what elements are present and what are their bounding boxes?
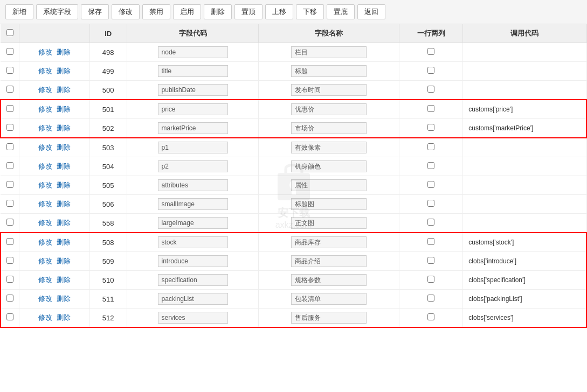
delete-link[interactable]: 删除: [57, 257, 71, 265]
row-checkbox[interactable]: [6, 162, 13, 169]
edit-link[interactable]: 修改: [38, 162, 52, 170]
delete-link[interactable]: 删除: [57, 105, 71, 113]
field-name-input[interactable]: [291, 84, 367, 96]
field-name-input[interactable]: [291, 160, 367, 172]
field-code-input[interactable]: [158, 179, 228, 191]
field-name-input[interactable]: [291, 179, 367, 191]
two-col-checkbox[interactable]: [427, 105, 434, 112]
row-checkbox[interactable]: [6, 181, 13, 188]
edit-link[interactable]: 修改: [38, 238, 52, 246]
back-button[interactable]: 返回: [357, 4, 385, 19]
edit-link[interactable]: 修改: [38, 143, 52, 151]
two-col-checkbox[interactable]: [427, 238, 434, 245]
disable-button[interactable]: 禁用: [142, 4, 170, 19]
edit-link[interactable]: 修改: [38, 105, 52, 113]
field-code-input[interactable]: [158, 255, 228, 267]
field-code-input[interactable]: [158, 65, 228, 77]
move-up-button[interactable]: 上移: [265, 4, 293, 19]
edit-link[interactable]: 修改: [38, 86, 52, 94]
delete-link[interactable]: 删除: [57, 276, 71, 284]
field-name-input[interactable]: [291, 255, 367, 267]
field-code-input[interactable]: [158, 160, 228, 172]
system-field-button[interactable]: 系统字段: [36, 4, 78, 19]
row-checkbox[interactable]: [6, 219, 13, 226]
field-name-input[interactable]: [291, 198, 367, 210]
delete-button[interactable]: 删除: [204, 4, 232, 19]
edit-link[interactable]: 修改: [38, 200, 52, 208]
row-checkbox[interactable]: [6, 86, 13, 93]
delete-link[interactable]: 删除: [57, 295, 71, 303]
delete-link[interactable]: 删除: [57, 48, 71, 56]
delete-link[interactable]: 删除: [57, 124, 71, 132]
edit-button[interactable]: 修改: [112, 4, 140, 19]
field-name-input[interactable]: [291, 217, 367, 229]
delete-link[interactable]: 删除: [57, 219, 71, 227]
field-name-input[interactable]: [291, 274, 367, 286]
bottom-button[interactable]: 置底: [327, 4, 355, 19]
field-name-input[interactable]: [291, 236, 367, 248]
field-name-input[interactable]: [291, 46, 367, 58]
two-col-checkbox[interactable]: [427, 124, 434, 131]
edit-link[interactable]: 修改: [38, 257, 52, 265]
delete-link[interactable]: 删除: [57, 67, 71, 75]
select-all-checkbox[interactable]: [6, 29, 13, 36]
two-col-checkbox[interactable]: [427, 295, 434, 302]
delete-link[interactable]: 删除: [57, 181, 71, 189]
row-checkbox[interactable]: [6, 48, 13, 55]
field-name-input[interactable]: [291, 65, 367, 77]
delete-link[interactable]: 删除: [57, 86, 71, 94]
field-code-input[interactable]: [158, 84, 228, 96]
field-code-input[interactable]: [158, 122, 228, 134]
add-button[interactable]: 新增: [5, 4, 33, 19]
two-col-checkbox[interactable]: [427, 143, 434, 150]
two-col-checkbox[interactable]: [427, 219, 434, 226]
edit-link[interactable]: 修改: [38, 48, 52, 56]
field-code-input[interactable]: [158, 312, 228, 324]
edit-link[interactable]: 修改: [38, 313, 52, 321]
row-checkbox[interactable]: [6, 295, 13, 302]
field-name-input[interactable]: [291, 142, 367, 153]
enable-button[interactable]: 启用: [173, 4, 201, 19]
field-name-input[interactable]: [291, 103, 367, 115]
two-col-checkbox[interactable]: [427, 48, 434, 55]
delete-link[interactable]: 删除: [57, 143, 71, 151]
save-button[interactable]: 保存: [81, 4, 109, 19]
field-code-input[interactable]: [158, 142, 228, 153]
two-col-checkbox[interactable]: [427, 86, 434, 93]
two-col-checkbox[interactable]: [427, 313, 434, 320]
two-col-checkbox[interactable]: [427, 257, 434, 264]
delete-link[interactable]: 删除: [57, 200, 71, 208]
two-col-checkbox[interactable]: [427, 162, 434, 169]
row-checkbox[interactable]: [6, 257, 13, 264]
delete-link[interactable]: 删除: [57, 238, 71, 246]
move-down-button[interactable]: 下移: [296, 4, 324, 19]
row-checkbox[interactable]: [6, 124, 13, 131]
edit-link[interactable]: 修改: [38, 295, 52, 303]
delete-link[interactable]: 删除: [57, 313, 71, 321]
field-code-input[interactable]: [158, 236, 228, 248]
edit-link[interactable]: 修改: [38, 67, 52, 75]
two-col-checkbox[interactable]: [427, 181, 434, 188]
field-code-input[interactable]: [158, 293, 228, 305]
two-col-checkbox[interactable]: [427, 200, 434, 207]
field-code-input[interactable]: [158, 103, 228, 115]
row-checkbox[interactable]: [6, 313, 13, 320]
two-col-checkbox[interactable]: [427, 276, 434, 283]
field-code-input[interactable]: [158, 46, 228, 58]
top-button[interactable]: 置顶: [234, 4, 263, 19]
row-checkbox[interactable]: [6, 67, 13, 74]
field-name-input[interactable]: [291, 312, 367, 324]
field-name-input[interactable]: [291, 293, 367, 305]
row-checkbox[interactable]: [6, 200, 13, 207]
field-code-input[interactable]: [158, 198, 228, 210]
row-checkbox[interactable]: [6, 238, 13, 245]
row-checkbox[interactable]: [6, 143, 13, 150]
field-name-input[interactable]: [291, 122, 367, 134]
row-checkbox[interactable]: [6, 105, 13, 112]
row-checkbox[interactable]: [6, 276, 13, 283]
edit-link[interactable]: 修改: [38, 181, 52, 189]
field-code-input[interactable]: [158, 217, 228, 229]
edit-link[interactable]: 修改: [38, 276, 52, 284]
two-col-checkbox[interactable]: [427, 67, 434, 74]
delete-link[interactable]: 删除: [57, 162, 71, 170]
